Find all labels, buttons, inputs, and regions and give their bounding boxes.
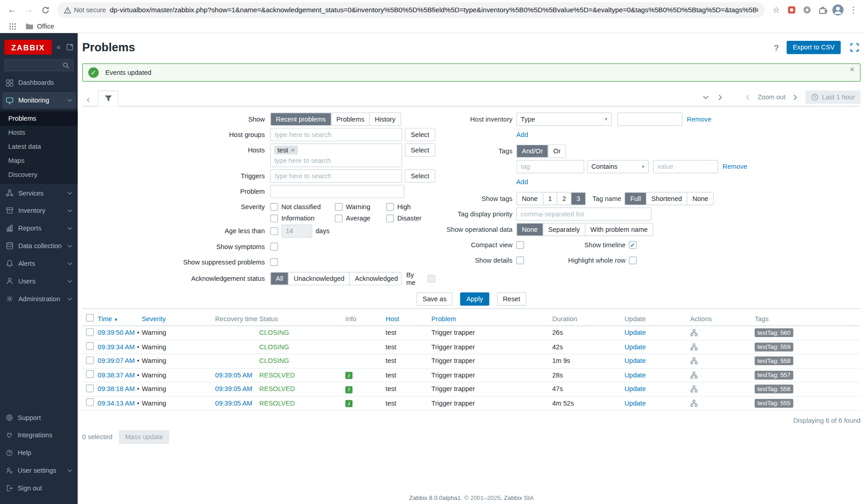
tag-operator-select[interactable]: Contains ▾ [587, 160, 649, 173]
sidebar-collapse-icon[interactable]: « [54, 42, 63, 52]
age-checkbox[interactable] [270, 227, 278, 235]
ack-option-unacknowledged[interactable]: Unacknowledged [288, 273, 349, 285]
problem-cell[interactable]: Trigger trapper [431, 385, 552, 393]
host-cell[interactable]: test [386, 385, 431, 393]
sidebar-item-integrations[interactable]: Integrations [2, 427, 76, 443]
recovery-time-link[interactable]: 09:39:05 AM [215, 371, 252, 379]
actions-icon[interactable] [690, 385, 754, 393]
show-symptoms-checkbox[interactable] [270, 243, 278, 250]
severity-average-checkbox[interactable] [335, 215, 342, 222]
show-option-recent-problems[interactable]: Recent problems [271, 113, 331, 125]
problem-cell[interactable]: Trigger trapper [431, 343, 552, 351]
status-cell[interactable]: CLOSING [259, 357, 346, 365]
host-cell[interactable]: test [386, 329, 431, 337]
sidebar-item-latest-data[interactable]: Latest data [0, 140, 78, 154]
show-timeline-checkbox[interactable]: ✓ [629, 241, 636, 249]
update-link[interactable]: Update [625, 343, 646, 351]
tag-add-link[interactable]: Add [516, 177, 528, 187]
sidebar-item-alerts[interactable]: Alerts [2, 255, 76, 271]
sidebar-search[interactable] [5, 59, 73, 71]
problem-time-link[interactable]: 09:38:37 AM [98, 371, 135, 379]
tag-priority-input[interactable] [516, 207, 651, 220]
row-checkbox[interactable] [86, 398, 94, 406]
tag-badge[interactable]: testTag: 556 [755, 385, 793, 393]
filter-next-icon[interactable] [716, 93, 724, 101]
inventory-remove-link[interactable]: Remove [687, 115, 711, 123]
tag-badge[interactable]: testTag: 557 [755, 371, 793, 379]
show-suppressed-checkbox[interactable] [270, 258, 278, 266]
filter-tab[interactable] [98, 90, 118, 106]
host-chip[interactable]: test × [274, 146, 298, 154]
problem-cell[interactable]: Trigger trapper [431, 329, 552, 337]
ack-option-acknowledged[interactable]: Acknowledged [349, 273, 402, 285]
inventory-value-input[interactable] [617, 113, 683, 126]
export-csv-button[interactable]: Export to CSV [787, 41, 841, 54]
tag-remove-link[interactable]: Remove [723, 163, 747, 171]
sidebar-item-hosts[interactable]: Hosts [0, 126, 78, 140]
recovery-time-link[interactable]: 09:39:05 AM [215, 385, 252, 393]
sidebar-item-services[interactable]: Services [2, 185, 76, 201]
column-problem[interactable]: Problem [431, 315, 456, 323]
inventory-add-link[interactable]: Add [516, 130, 528, 140]
op-data-none[interactable]: None [517, 224, 543, 236]
op-data-with-problem-name[interactable]: With problem name [585, 224, 653, 236]
sidebar-item-inventory[interactable]: Inventory [2, 202, 76, 219]
page-help-icon[interactable]: ? [774, 43, 779, 52]
update-link[interactable]: Update [625, 399, 646, 407]
back-icon[interactable]: ← [5, 2, 20, 18]
tag-badge[interactable]: testTag: 555 [755, 399, 793, 407]
url-bar[interactable]: Not secure dp-virtualbox/master/zabbix.p… [57, 2, 764, 18]
info-icon[interactable]: i [345, 372, 352, 379]
show-tags-2[interactable]: 2 [557, 192, 571, 205]
host-cell[interactable]: test [386, 399, 431, 407]
show-tags-3[interactable]: 3 [571, 192, 585, 205]
host-cell[interactable]: test [386, 343, 431, 351]
actions-icon[interactable] [690, 329, 754, 337]
zabbix-version-link[interactable]: Zabbix 8.0.0alpha1. [409, 494, 463, 501]
zabbix-sia-link[interactable]: Zabbix SIA [504, 494, 533, 501]
status-cell[interactable]: RESOLVED [259, 399, 346, 407]
filter-collapse-icon[interactable] [701, 93, 710, 101]
sidebar-hide-icon[interactable] [65, 42, 74, 52]
time-forward-icon[interactable] [791, 93, 800, 101]
status-cell[interactable]: CLOSING [259, 329, 346, 337]
highlight-row-checkbox[interactable] [629, 257, 636, 264]
save-as-button[interactable]: Save as [416, 293, 452, 306]
show-option-problems[interactable]: Problems [331, 113, 369, 125]
sidebar-item-dashboards[interactable]: Dashboards [2, 74, 76, 91]
sidebar-search-input[interactable] [8, 61, 62, 69]
tag-name-input[interactable] [516, 160, 584, 173]
tag-value-input[interactable] [653, 160, 718, 173]
sidebar-item-reports[interactable]: Reports [2, 220, 76, 236]
bookmark-office[interactable]: Office [25, 22, 54, 30]
tag-name-shortened[interactable]: Shortened [646, 192, 687, 205]
tag-name-none[interactable]: None [687, 192, 713, 205]
time-range-button[interactable]: Last 1 hour [806, 90, 861, 103]
sidebar-item-user-settings[interactable]: User settings [2, 462, 76, 479]
problem-time-link[interactable]: 09:34:13 AM [98, 399, 135, 407]
tag-name-full[interactable]: Full [625, 192, 645, 205]
row-checkbox[interactable] [86, 384, 94, 392]
status-cell[interactable]: RESOLVED [259, 385, 346, 393]
sidebar-item-problems[interactable]: Problems [0, 112, 78, 126]
tags-option-andor[interactable]: And/Or [517, 145, 548, 157]
close-icon[interactable]: × [850, 64, 855, 73]
row-checkbox[interactable] [86, 342, 94, 350]
profile-avatar[interactable] [831, 3, 845, 17]
host-cell[interactable]: test [386, 357, 431, 365]
compact-view-checkbox[interactable] [516, 241, 524, 249]
show-details-checkbox[interactable] [516, 257, 524, 264]
severity-not-classified-checkbox[interactable] [270, 203, 278, 211]
ack-option-all[interactable]: All [271, 273, 288, 285]
recovery-time-link[interactable]: 09:39:05 AM [215, 399, 252, 407]
actions-icon[interactable] [690, 371, 754, 379]
op-data-separately[interactable]: Separately [542, 224, 585, 236]
problem-cell[interactable]: Trigger trapper [431, 399, 552, 407]
sidebar-item-administration[interactable]: Administration [2, 290, 76, 307]
inventory-field-select[interactable]: Type ▾ [516, 113, 611, 126]
problem-time-link[interactable]: 09:39:34 AM [98, 343, 135, 351]
sidebar-item-data-collection[interactable]: Data collection [2, 238, 76, 254]
column-time[interactable]: Time▼ [98, 315, 118, 323]
bookmark-star-icon[interactable]: ☆ [769, 3, 783, 17]
show-tags-1[interactable]: 1 [542, 192, 557, 205]
